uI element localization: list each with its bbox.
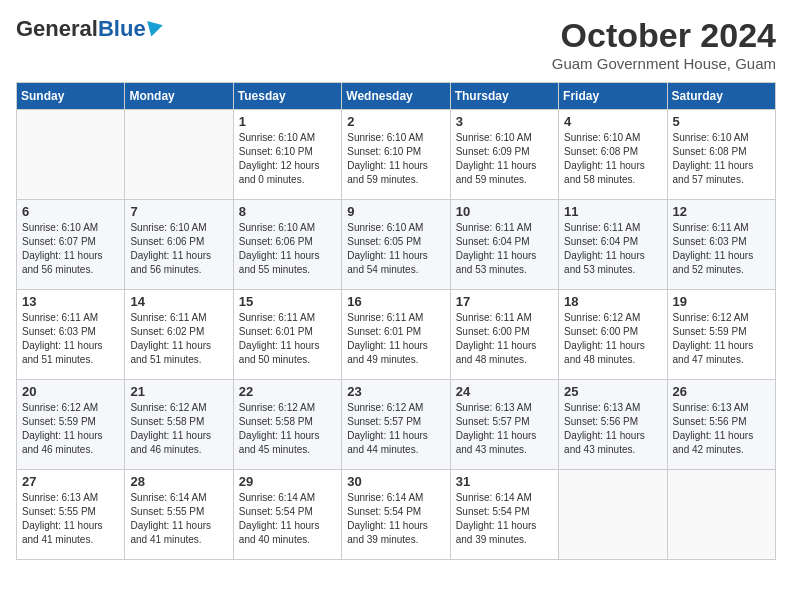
calendar-cell: 16Sunrise: 6:11 AM Sunset: 6:01 PM Dayli…: [342, 290, 450, 380]
cell-info: Sunrise: 6:13 AM Sunset: 5:57 PM Dayligh…: [456, 401, 553, 457]
cell-info: Sunrise: 6:12 AM Sunset: 5:57 PM Dayligh…: [347, 401, 444, 457]
day-number: 20: [22, 384, 119, 399]
cell-info: Sunrise: 6:10 AM Sunset: 6:10 PM Dayligh…: [347, 131, 444, 187]
day-number: 11: [564, 204, 661, 219]
calendar-week-row: 1Sunrise: 6:10 AM Sunset: 6:10 PM Daylig…: [17, 110, 776, 200]
calendar-cell: 19Sunrise: 6:12 AM Sunset: 5:59 PM Dayli…: [667, 290, 775, 380]
day-number: 31: [456, 474, 553, 489]
calendar-cell: 3Sunrise: 6:10 AM Sunset: 6:09 PM Daylig…: [450, 110, 558, 200]
calendar-header-row: SundayMondayTuesdayWednesdayThursdayFrid…: [17, 83, 776, 110]
day-number: 21: [130, 384, 227, 399]
cell-info: Sunrise: 6:13 AM Sunset: 5:56 PM Dayligh…: [673, 401, 770, 457]
calendar-cell: 18Sunrise: 6:12 AM Sunset: 6:00 PM Dayli…: [559, 290, 667, 380]
weekday-header-monday: Monday: [125, 83, 233, 110]
day-number: 15: [239, 294, 336, 309]
day-number: 3: [456, 114, 553, 129]
day-number: 30: [347, 474, 444, 489]
calendar-cell: 21Sunrise: 6:12 AM Sunset: 5:58 PM Dayli…: [125, 380, 233, 470]
cell-info: Sunrise: 6:11 AM Sunset: 6:04 PM Dayligh…: [564, 221, 661, 277]
calendar-cell: 26Sunrise: 6:13 AM Sunset: 5:56 PM Dayli…: [667, 380, 775, 470]
calendar-cell: 15Sunrise: 6:11 AM Sunset: 6:01 PM Dayli…: [233, 290, 341, 380]
day-number: 4: [564, 114, 661, 129]
day-number: 2: [347, 114, 444, 129]
cell-info: Sunrise: 6:12 AM Sunset: 5:58 PM Dayligh…: [130, 401, 227, 457]
calendar-cell: 31Sunrise: 6:14 AM Sunset: 5:54 PM Dayli…: [450, 470, 558, 560]
calendar-cell: 28Sunrise: 6:14 AM Sunset: 5:55 PM Dayli…: [125, 470, 233, 560]
title-section: October 2024 Guam Government House, Guam: [552, 16, 776, 72]
calendar-cell: 1Sunrise: 6:10 AM Sunset: 6:10 PM Daylig…: [233, 110, 341, 200]
calendar-cell: 30Sunrise: 6:14 AM Sunset: 5:54 PM Dayli…: [342, 470, 450, 560]
day-number: 14: [130, 294, 227, 309]
logo-general-text: General: [16, 16, 98, 42]
day-number: 1: [239, 114, 336, 129]
calendar-cell: [559, 470, 667, 560]
calendar-cell: 25Sunrise: 6:13 AM Sunset: 5:56 PM Dayli…: [559, 380, 667, 470]
cell-info: Sunrise: 6:10 AM Sunset: 6:06 PM Dayligh…: [130, 221, 227, 277]
logo-arrow-icon: [147, 17, 165, 36]
calendar-cell: 5Sunrise: 6:10 AM Sunset: 6:08 PM Daylig…: [667, 110, 775, 200]
cell-info: Sunrise: 6:10 AM Sunset: 6:08 PM Dayligh…: [673, 131, 770, 187]
day-number: 8: [239, 204, 336, 219]
cell-info: Sunrise: 6:11 AM Sunset: 6:01 PM Dayligh…: [347, 311, 444, 367]
day-number: 6: [22, 204, 119, 219]
calendar-week-row: 20Sunrise: 6:12 AM Sunset: 5:59 PM Dayli…: [17, 380, 776, 470]
calendar-cell: 27Sunrise: 6:13 AM Sunset: 5:55 PM Dayli…: [17, 470, 125, 560]
calendar-cell: 4Sunrise: 6:10 AM Sunset: 6:08 PM Daylig…: [559, 110, 667, 200]
cell-info: Sunrise: 6:12 AM Sunset: 5:58 PM Dayligh…: [239, 401, 336, 457]
calendar-cell: 17Sunrise: 6:11 AM Sunset: 6:00 PM Dayli…: [450, 290, 558, 380]
calendar-cell: 20Sunrise: 6:12 AM Sunset: 5:59 PM Dayli…: [17, 380, 125, 470]
day-number: 29: [239, 474, 336, 489]
day-number: 13: [22, 294, 119, 309]
cell-info: Sunrise: 6:11 AM Sunset: 6:02 PM Dayligh…: [130, 311, 227, 367]
day-number: 22: [239, 384, 336, 399]
weekday-header-wednesday: Wednesday: [342, 83, 450, 110]
cell-info: Sunrise: 6:10 AM Sunset: 6:10 PM Dayligh…: [239, 131, 336, 187]
weekday-header-tuesday: Tuesday: [233, 83, 341, 110]
cell-info: Sunrise: 6:12 AM Sunset: 6:00 PM Dayligh…: [564, 311, 661, 367]
cell-info: Sunrise: 6:10 AM Sunset: 6:08 PM Dayligh…: [564, 131, 661, 187]
day-number: 24: [456, 384, 553, 399]
cell-info: Sunrise: 6:11 AM Sunset: 6:03 PM Dayligh…: [22, 311, 119, 367]
day-number: 27: [22, 474, 119, 489]
calendar-cell: [667, 470, 775, 560]
calendar-cell: 14Sunrise: 6:11 AM Sunset: 6:02 PM Dayli…: [125, 290, 233, 380]
cell-info: Sunrise: 6:14 AM Sunset: 5:54 PM Dayligh…: [456, 491, 553, 547]
logo: General Blue: [16, 16, 163, 42]
calendar-cell: 12Sunrise: 6:11 AM Sunset: 6:03 PM Dayli…: [667, 200, 775, 290]
calendar-cell: 24Sunrise: 6:13 AM Sunset: 5:57 PM Dayli…: [450, 380, 558, 470]
location-subtitle: Guam Government House, Guam: [552, 55, 776, 72]
day-number: 19: [673, 294, 770, 309]
calendar-cell: 8Sunrise: 6:10 AM Sunset: 6:06 PM Daylig…: [233, 200, 341, 290]
calendar-table: SundayMondayTuesdayWednesdayThursdayFrid…: [16, 82, 776, 560]
weekday-header-friday: Friday: [559, 83, 667, 110]
logo-blue-text: Blue: [98, 16, 146, 42]
day-number: 26: [673, 384, 770, 399]
calendar-week-row: 6Sunrise: 6:10 AM Sunset: 6:07 PM Daylig…: [17, 200, 776, 290]
cell-info: Sunrise: 6:14 AM Sunset: 5:54 PM Dayligh…: [239, 491, 336, 547]
cell-info: Sunrise: 6:10 AM Sunset: 6:06 PM Dayligh…: [239, 221, 336, 277]
weekday-header-saturday: Saturday: [667, 83, 775, 110]
day-number: 7: [130, 204, 227, 219]
day-number: 18: [564, 294, 661, 309]
cell-info: Sunrise: 6:10 AM Sunset: 6:05 PM Dayligh…: [347, 221, 444, 277]
cell-info: Sunrise: 6:14 AM Sunset: 5:54 PM Dayligh…: [347, 491, 444, 547]
day-number: 9: [347, 204, 444, 219]
cell-info: Sunrise: 6:10 AM Sunset: 6:07 PM Dayligh…: [22, 221, 119, 277]
calendar-cell: 29Sunrise: 6:14 AM Sunset: 5:54 PM Dayli…: [233, 470, 341, 560]
calendar-cell: 11Sunrise: 6:11 AM Sunset: 6:04 PM Dayli…: [559, 200, 667, 290]
cell-info: Sunrise: 6:11 AM Sunset: 6:03 PM Dayligh…: [673, 221, 770, 277]
day-number: 16: [347, 294, 444, 309]
calendar-cell: 23Sunrise: 6:12 AM Sunset: 5:57 PM Dayli…: [342, 380, 450, 470]
day-number: 23: [347, 384, 444, 399]
calendar-cell: 7Sunrise: 6:10 AM Sunset: 6:06 PM Daylig…: [125, 200, 233, 290]
cell-info: Sunrise: 6:11 AM Sunset: 6:01 PM Dayligh…: [239, 311, 336, 367]
calendar-week-row: 27Sunrise: 6:13 AM Sunset: 5:55 PM Dayli…: [17, 470, 776, 560]
calendar-cell: 13Sunrise: 6:11 AM Sunset: 6:03 PM Dayli…: [17, 290, 125, 380]
calendar-cell: [17, 110, 125, 200]
day-number: 5: [673, 114, 770, 129]
day-number: 10: [456, 204, 553, 219]
cell-info: Sunrise: 6:13 AM Sunset: 5:56 PM Dayligh…: [564, 401, 661, 457]
calendar-week-row: 13Sunrise: 6:11 AM Sunset: 6:03 PM Dayli…: [17, 290, 776, 380]
day-number: 28: [130, 474, 227, 489]
month-title: October 2024: [552, 16, 776, 55]
